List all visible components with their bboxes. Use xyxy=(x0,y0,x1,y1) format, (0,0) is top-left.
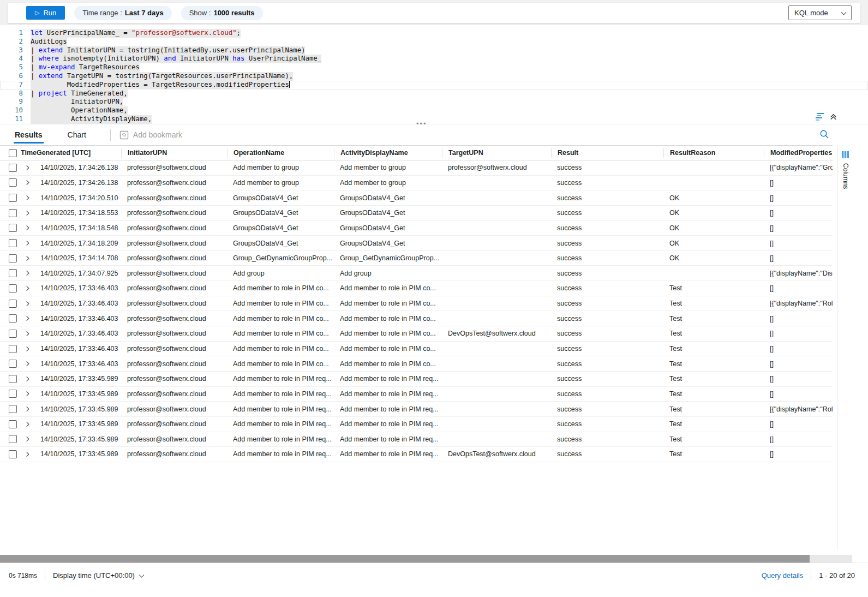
table-row[interactable]: 14/10/2025, 17:34:18.209professor@softwe… xyxy=(0,236,833,251)
column-header-resultreason[interactable]: ResultReason xyxy=(663,148,764,158)
row-checkbox[interactable] xyxy=(9,435,17,443)
row-expand-chevron[interactable] xyxy=(20,240,35,247)
row-expand-chevron[interactable] xyxy=(20,345,35,353)
table-row[interactable]: 14/10/2025, 17:34:26.138professor@softwe… xyxy=(0,160,833,176)
row-expand-chevron[interactable] xyxy=(20,285,35,292)
cell-initiator-upn: professor@softwerx.cloud xyxy=(121,254,227,262)
table-row[interactable]: 14/10/2025, 17:33:46.403professor@softwe… xyxy=(0,281,833,296)
columns-rail[interactable]: Columns xyxy=(837,145,853,550)
row-checkbox[interactable] xyxy=(9,224,17,232)
table-row[interactable]: 14/10/2025, 17:33:45.989professor@softwe… xyxy=(0,372,833,387)
query-details-link[interactable]: Query details xyxy=(762,571,804,580)
chevron-right-icon xyxy=(24,255,31,262)
row-checkbox[interactable] xyxy=(9,209,17,217)
table-row[interactable]: 14/10/2025, 17:34:07.925professor@softwe… xyxy=(0,266,833,281)
show-results-chip[interactable]: Show : 1000 results xyxy=(181,6,263,20)
row-expand-chevron[interactable] xyxy=(20,224,35,231)
table-row[interactable]: 14/10/2025, 17:33:45.989professor@softwe… xyxy=(0,447,833,462)
row-checkbox[interactable] xyxy=(9,375,17,383)
table-row[interactable]: 14/10/2025, 17:33:45.989professor@softwe… xyxy=(0,432,833,447)
row-expand-chevron[interactable] xyxy=(20,330,35,337)
column-header-operationname[interactable]: OperationName xyxy=(227,148,334,158)
column-header-result[interactable]: Result xyxy=(551,148,663,158)
row-checkbox[interactable] xyxy=(9,420,17,428)
search-in-results-button[interactable] xyxy=(819,129,829,141)
row-expand-chevron[interactable] xyxy=(20,421,35,428)
row-checkbox[interactable] xyxy=(9,194,17,202)
column-header-targetupn[interactable]: TargetUPN xyxy=(442,148,551,158)
row-expand-chevron[interactable] xyxy=(20,435,35,443)
row-checkbox[interactable] xyxy=(9,178,17,187)
row-checkbox[interactable] xyxy=(9,314,17,323)
row-checkbox[interactable] xyxy=(9,330,17,338)
row-expand-chevron[interactable] xyxy=(20,360,35,367)
format-query-icon[interactable] xyxy=(816,112,825,121)
code-line[interactable]: 4| where isnotempty(InitiatorUPN) and In… xyxy=(0,55,868,63)
row-expand-chevron[interactable] xyxy=(20,405,35,413)
table-row[interactable]: 14/10/2025, 17:34:18.548professor@softwe… xyxy=(0,221,833,236)
row-checkbox[interactable] xyxy=(9,164,17,172)
tab-results[interactable]: Results xyxy=(14,126,44,144)
table-row[interactable]: 14/10/2025, 17:34:18.553professor@softwe… xyxy=(0,206,833,221)
kql-mode-select[interactable]: KQL mode xyxy=(788,5,852,20)
row-expand-chevron[interactable] xyxy=(20,255,35,262)
column-header-timegenerated-utc[interactable]: TimeGenerated [UTC] xyxy=(20,148,121,158)
row-checkbox[interactable] xyxy=(9,405,17,413)
collapse-editor-icon[interactable] xyxy=(829,112,837,121)
table-row[interactable]: 14/10/2025, 17:33:46.403professor@softwe… xyxy=(0,356,833,372)
table-row[interactable]: 14/10/2025, 17:33:46.403professor@softwe… xyxy=(0,342,833,357)
cell-result: success xyxy=(551,315,663,323)
row-checkbox[interactable] xyxy=(9,360,17,368)
table-row[interactable]: 14/10/2025, 17:34:26.138professor@softwe… xyxy=(0,176,833,191)
table-row[interactable]: 14/10/2025, 17:33:46.403professor@softwe… xyxy=(0,326,833,342)
code-line[interactable]: 5| mv-expand TargetResources xyxy=(0,63,868,72)
add-bookmark-button[interactable]: Add bookmark xyxy=(119,130,182,140)
table-row[interactable]: 14/10/2025, 17:33:45.989professor@softwe… xyxy=(0,402,833,417)
code-line[interactable]: 9 InitiatorUPN, xyxy=(0,98,868,106)
display-time-dropdown[interactable]: Display time (UTC+00:00) xyxy=(53,571,143,580)
table-row[interactable]: 14/10/2025, 17:33:45.989professor@softwe… xyxy=(0,387,833,402)
table-row[interactable]: 14/10/2025, 17:33:45.989professor@softwe… xyxy=(0,417,833,432)
row-expand-chevron[interactable] xyxy=(20,164,35,171)
row-checkbox[interactable] xyxy=(9,284,17,292)
select-all-checkbox[interactable] xyxy=(9,149,17,157)
code-line[interactable]: 2AuditLogs xyxy=(0,38,868,46)
row-checkbox[interactable] xyxy=(9,390,17,398)
row-expand-chevron[interactable] xyxy=(20,194,35,201)
row-checkbox[interactable] xyxy=(9,300,17,308)
table-row[interactable]: 14/10/2025, 17:33:46.403professor@softwe… xyxy=(0,296,833,312)
row-expand-chevron[interactable] xyxy=(20,390,35,397)
row-expand-chevron[interactable] xyxy=(20,270,35,277)
tab-chart[interactable]: Chart xyxy=(67,126,87,144)
table-row[interactable]: 14/10/2025, 17:34:20.510professor@softwe… xyxy=(0,190,833,206)
row-expand-chevron[interactable] xyxy=(20,451,35,458)
row-expand-chevron[interactable] xyxy=(20,300,35,307)
code-line[interactable]: 11 ActivityDisplayName, xyxy=(0,115,868,124)
code-line[interactable]: 8| project TimeGenerated, xyxy=(0,89,868,98)
time-range-chip[interactable]: Time range : Last 7 days xyxy=(74,6,171,20)
column-header-initiatorupn[interactable]: InitiatorUPN xyxy=(121,148,227,158)
column-header-modifiedproperties[interactable]: ModifiedProperties xyxy=(764,148,833,158)
table-row[interactable]: 14/10/2025, 17:34:14.708professor@softwe… xyxy=(0,251,833,266)
code-line[interactable]: 3| extend InitiatorUPN = tostring(Initia… xyxy=(0,46,868,55)
horizontal-scrollbar[interactable] xyxy=(0,555,852,563)
row-expand-chevron[interactable] xyxy=(20,179,35,186)
column-header-activitydisplayname[interactable]: ActivityDisplayName xyxy=(334,148,442,158)
query-editor[interactable]: 1let UserPrincipalName_ = "professor@sof… xyxy=(0,25,868,124)
row-expand-chevron[interactable] xyxy=(20,210,35,217)
row-expand-chevron[interactable] xyxy=(20,315,35,322)
row-expand-chevron[interactable] xyxy=(20,375,35,383)
scrollbar-thumb[interactable] xyxy=(0,555,810,563)
row-checkbox[interactable] xyxy=(9,254,17,262)
row-checkbox[interactable] xyxy=(9,345,17,353)
code-line[interactable]: 6| extend TargetUPN = tostring(TargetRes… xyxy=(0,72,868,81)
code-line[interactable]: 10 OperationName, xyxy=(0,106,868,115)
table-row[interactable]: 14/10/2025, 17:33:46.403professor@softwe… xyxy=(0,311,833,326)
code-line[interactable]: 7 ModifiedProperties = TargetResources.m… xyxy=(0,81,868,89)
row-checkbox[interactable] xyxy=(9,450,17,458)
run-button[interactable]: ▷ Run xyxy=(26,6,65,20)
line-number: 6 xyxy=(0,72,23,81)
row-checkbox[interactable] xyxy=(9,239,17,247)
row-checkbox[interactable] xyxy=(9,269,17,277)
code-line[interactable]: 1let UserPrincipalName_ = "professor@sof… xyxy=(0,29,868,38)
